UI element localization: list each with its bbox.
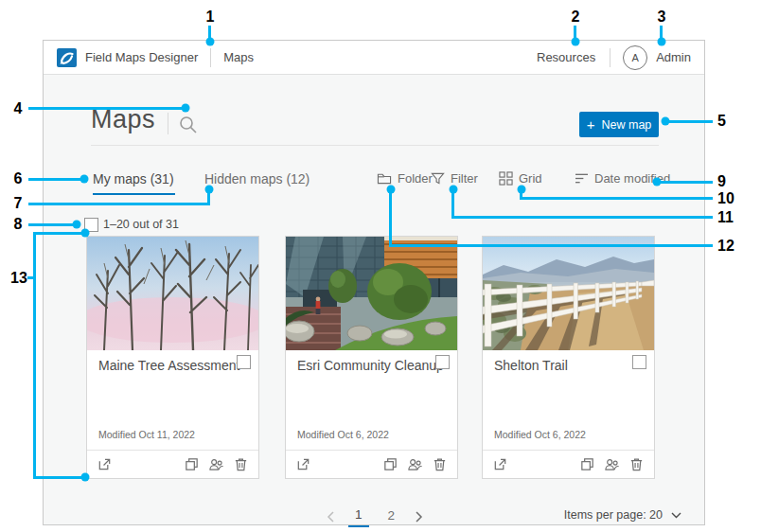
trash-icon[interactable]: [233, 456, 249, 472]
callout-label-2: 2: [572, 9, 580, 26]
items-per-page-label: Items per page: 20: [564, 508, 663, 522]
callout-dot: [81, 473, 90, 482]
callout-line: [28, 203, 210, 205]
chevron-down-icon: [671, 512, 681, 519]
app-title: Field Maps Designer: [85, 50, 198, 64]
folder-icon: [377, 171, 392, 186]
trash-icon[interactable]: [432, 456, 448, 472]
card-title: Shelton Trail: [494, 358, 568, 373]
callout-label-5: 5: [717, 113, 726, 130]
callout-line: [389, 244, 713, 247]
card-modified-date: Modified Oct 6, 2022: [297, 429, 389, 440]
grid-label: Grid: [519, 171, 542, 186]
field-maps-designer-window: Field Maps Designer Maps Resources A Adm…: [43, 40, 705, 525]
callout-dot: [80, 175, 89, 184]
card-thumbnail[interactable]: [483, 237, 654, 350]
user-name[interactable]: Admin: [656, 50, 691, 64]
callout-label-1: 1: [206, 9, 215, 26]
callout-line: [28, 107, 186, 110]
filter-icon: [431, 171, 445, 186]
callout-dot: [81, 229, 90, 238]
sort-icon: [575, 172, 589, 185]
header-divider: [210, 48, 211, 67]
callout-line: [33, 232, 84, 235]
title-rule: [91, 145, 659, 146]
card-footer: [483, 450, 654, 478]
tab-hidden-maps[interactable]: Hidden maps (12): [204, 171, 310, 186]
callout-dot: [658, 38, 666, 46]
map-card-shelton-trail[interactable]: Shelton Trail Modified Oct 6, 2022: [482, 236, 655, 479]
callout-line: [520, 197, 713, 200]
callout-label-7: 7: [14, 195, 23, 212]
page-prev-icon[interactable]: [327, 511, 336, 523]
callout-line: [33, 476, 84, 479]
pagination: 1 2: [280, 505, 469, 527]
duplicate-icon[interactable]: [579, 456, 595, 472]
callout-label-4: 4: [14, 100, 23, 117]
esri-logo-icon: [57, 48, 77, 67]
card-modified-date: Modified Oct 11, 2022: [98, 429, 195, 440]
avatar[interactable]: A: [623, 45, 647, 70]
selection-range-label: 1–20 out of 31: [103, 218, 179, 231]
share-group-icon[interactable]: [604, 456, 620, 472]
duplicate-icon[interactable]: [382, 456, 398, 472]
callout-line: [33, 232, 36, 479]
search-icon[interactable]: [178, 115, 199, 135]
callout-label-9: 9: [717, 173, 726, 190]
callout-line: [451, 216, 713, 219]
plus-icon: +: [587, 117, 595, 132]
duplicate-icon[interactable]: [184, 456, 200, 472]
title-divider: [168, 113, 168, 134]
filter-label: Filter: [451, 171, 478, 186]
map-card-esri-community-cleanup[interactable]: Esri Community Cleanup Modified Oct 6, 2…: [285, 236, 458, 479]
map-card-maine-tree-assessment[interactable]: Maine Tree Assessment Modified Oct 11, 2…: [86, 236, 259, 479]
launch-icon[interactable]: [492, 456, 508, 472]
nav-item-resources[interactable]: Resources: [537, 50, 595, 64]
callout-dot: [572, 38, 580, 46]
tab-my-maps[interactable]: My maps (31): [93, 171, 174, 186]
card-checkbox[interactable]: [435, 355, 450, 369]
items-per-page-dropdown[interactable]: Items per page: 20: [564, 508, 681, 522]
grid-view-button[interactable]: Grid: [499, 171, 542, 186]
page-2-button[interactable]: 2: [381, 506, 402, 526]
callout-line: [28, 178, 83, 181]
header-divider: [610, 48, 611, 67]
callout-label-11: 11: [717, 209, 734, 226]
new-map-label: New map: [601, 118, 651, 132]
new-map-button[interactable]: + New map: [579, 112, 659, 137]
callout-label-12: 12: [717, 238, 734, 255]
callout-dot: [205, 186, 214, 194]
active-tab-underline: [93, 193, 175, 195]
card-thumbnail[interactable]: [286, 237, 457, 350]
page-1-button[interactable]: 1: [348, 505, 369, 527]
share-group-icon[interactable]: [407, 456, 423, 472]
grid-icon: [499, 171, 513, 186]
launch-icon[interactable]: [295, 456, 311, 472]
card-title: Maine Tree Assessment: [98, 358, 239, 373]
card-title: Esri Community Cleanup: [297, 358, 444, 373]
callout-dot: [206, 38, 215, 46]
callout-line: [451, 189, 454, 219]
trash-icon[interactable]: [628, 456, 645, 472]
callout-label-3: 3: [658, 9, 666, 26]
card-checkbox[interactable]: [632, 355, 646, 369]
launch-icon[interactable]: [97, 456, 113, 472]
screenshot-root: Field Maps Designer Maps Resources A Adm…: [0, 0, 761, 532]
nav-item-maps[interactable]: Maps: [223, 50, 254, 64]
filter-button[interactable]: Filter: [431, 171, 478, 186]
page-next-icon[interactable]: [414, 511, 423, 523]
app-header: Field Maps Designer Maps Resources A Adm…: [44, 41, 704, 75]
callout-label-8: 8: [14, 216, 23, 233]
card-checkbox[interactable]: [237, 355, 251, 369]
card-modified-date: Modified Oct 6, 2022: [494, 429, 586, 440]
card-footer: [286, 450, 457, 478]
callout-label-13: 13: [10, 270, 27, 287]
callout-line: [657, 181, 713, 184]
card-thumbnail[interactable]: [87, 237, 258, 350]
callout-dot: [182, 104, 190, 113]
share-group-icon[interactable]: [208, 456, 224, 472]
callout-label-6: 6: [14, 170, 23, 187]
folder-button[interactable]: Folder: [377, 171, 433, 186]
callout-dot: [73, 221, 81, 229]
callout-line: [389, 189, 392, 247]
